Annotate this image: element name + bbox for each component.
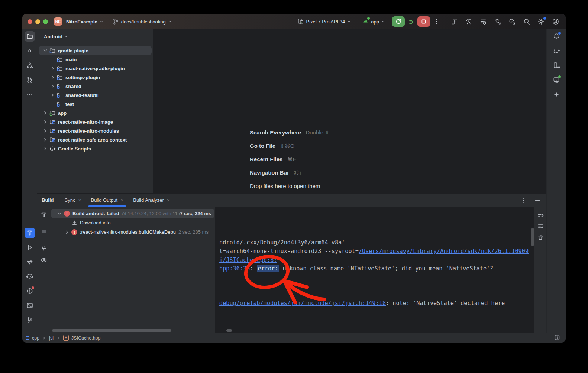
wrap-button[interactable] — [537, 211, 544, 220]
chevron-right-icon[interactable] — [42, 128, 48, 134]
running-devices-button[interactable] — [551, 75, 562, 85]
tab-build-analyzer[interactable]: Build Analyzer × — [128, 194, 175, 207]
console-text: unknown class name 'NTativeState'; did y… — [279, 265, 493, 272]
build-tree-row-react-native-nitro-modules-buildcmakedebu[interactable]: !:react-native-nitro-modules:buildCMakeD… — [51, 227, 214, 237]
problems-tool-button[interactable] — [25, 286, 35, 296]
project-tree-item-react-native-nitro-image[interactable]: react-native-nitro-image — [39, 117, 152, 126]
chevron-right-icon[interactable] — [50, 92, 56, 98]
stop-gray-icon — [40, 228, 48, 235]
breadcrumb: cppjsiHJSICache.hpp — [26, 335, 101, 341]
gradle-sync-button[interactable] — [507, 17, 517, 26]
chevron-right-icon[interactable] — [42, 137, 48, 143]
project-tree-item-gradle-scripts[interactable]: Gradle Scripts — [39, 144, 152, 153]
project-tree-item-react-native-gradle-plugin[interactable]: react-native-gradle-plugin — [39, 64, 152, 73]
commit-tool-button[interactable] — [25, 46, 35, 56]
run-tool-button[interactable] — [25, 242, 35, 253]
console-file-link[interactable]: /Users/mrousavy/Library/Android/sdk/ndk/… — [359, 248, 529, 254]
project-tree-item-main[interactable]: main — [39, 55, 152, 64]
pull-requests-tool-button[interactable] — [25, 75, 35, 85]
project-tree-item-react-native-nitro-modules[interactable]: react-native-nitro-modules — [39, 126, 152, 135]
breadcrumb-item[interactable]: jsi — [49, 335, 54, 341]
more-tools-button[interactable] — [25, 89, 35, 100]
stop-button[interactable] — [417, 16, 430, 27]
chevron-right-icon[interactable] — [64, 229, 70, 235]
console-file-link[interactable]: hpp:36:36 — [219, 265, 250, 272]
scroll-end-button[interactable] — [537, 223, 544, 231]
sync-button[interactable] — [478, 17, 488, 26]
shortcut-hint-row: Go to File ⇧⌘O — [250, 143, 330, 156]
build-button[interactable] — [449, 17, 459, 26]
project-tree-item-settings-plugin[interactable]: settings-plugin — [39, 73, 152, 82]
project-view-selector[interactable]: Android — [37, 32, 153, 41]
build-options-icon[interactable] — [520, 197, 527, 204]
notifications-button[interactable] — [551, 31, 562, 42]
error-badge-icon: ! — [71, 229, 77, 235]
tab-sync[interactable]: Sync × — [60, 194, 86, 207]
build-tree-row-build-android-failed[interactable]: !Build android: failedAt 14.10.24, 12:00… — [51, 209, 214, 218]
window-controls — [28, 19, 48, 24]
rerun-button[interactable] — [392, 16, 405, 27]
chevron-right-icon[interactable] — [42, 146, 48, 152]
chevron-right-icon[interactable] — [42, 119, 48, 125]
apply-changes-button[interactable] — [464, 17, 474, 26]
chevron-down-icon[interactable] — [56, 211, 62, 217]
console-file-link[interactable]: debug/prefab/modules/jsi/include/jsi/jsi… — [219, 300, 386, 306]
hide-tool-window-icon[interactable] — [534, 197, 541, 204]
trash-button[interactable] — [537, 234, 544, 243]
gradle-tool-button[interactable] — [551, 46, 562, 56]
breadcrumb-item[interactable]: cpp — [32, 335, 39, 341]
close-tab-icon[interactable]: × — [78, 198, 81, 203]
pin-button[interactable] — [39, 244, 48, 253]
console-line: hpp:36:36: error: unknown class name 'NT… — [219, 265, 534, 273]
project-selector[interactable]: NitroExample — [65, 19, 105, 25]
debug-button[interactable] — [406, 17, 416, 26]
console-horizontal-scrollbar[interactable] — [226, 329, 232, 332]
gemini-assistant-button[interactable] — [551, 89, 562, 100]
structure-tool-button[interactable] — [25, 60, 35, 71]
more-actions-button[interactable] — [432, 17, 441, 26]
stop-gray-button[interactable] — [39, 227, 48, 236]
run-config-selector[interactable]: app — [360, 18, 387, 25]
logcat-tool-button[interactable] — [25, 271, 35, 282]
notifications-status-button[interactable] — [554, 334, 560, 342]
branch-selector[interactable]: docs/troubleshooting — [110, 18, 174, 25]
app-quality-insights-button[interactable] — [25, 257, 35, 267]
search-everywhere-button[interactable] — [522, 17, 532, 26]
tab-build-output[interactable]: Build Output × — [86, 194, 129, 207]
breadcrumb-item[interactable]: JSICache.hpp — [71, 335, 101, 341]
project-tool-button[interactable] — [25, 31, 35, 42]
project-tree-item-gradle-plugin[interactable]: gradle-plugin — [39, 46, 152, 55]
project-tree: gradle-plugin main react-native-gradle-p… — [37, 46, 153, 153]
console-file-link[interactable]: i/JSICache.cpp:8: — [219, 257, 277, 263]
terminal-tool-button[interactable] — [25, 300, 35, 311]
device-manager-button[interactable] — [551, 60, 562, 71]
chevron-right-icon[interactable] — [50, 65, 56, 71]
build-tree-row-download-info[interactable]: Download info — [51, 218, 214, 227]
download-icon — [71, 220, 78, 226]
device-selector[interactable]: Pixel 7 Pro API 34 — [295, 18, 353, 25]
chevron-down-icon[interactable] — [42, 48, 48, 53]
eye-button[interactable] — [39, 256, 48, 265]
minimize-window-button[interactable] — [35, 19, 40, 24]
scroll-end-icon — [537, 223, 544, 230]
project-tree-item-shared-testutil[interactable]: shared-testutil — [39, 91, 152, 100]
tree-horizontal-scrollbar[interactable] — [52, 329, 171, 332]
close-tab-icon[interactable]: × — [167, 198, 170, 203]
project-tree-item-app[interactable]: app — [39, 108, 152, 117]
project-tree-item-test[interactable]: test — [39, 100, 152, 108]
hammer-button[interactable] — [39, 210, 48, 219]
account-button[interactable] — [551, 17, 560, 26]
zoom-window-button[interactable] — [43, 19, 48, 24]
chevron-right-icon[interactable] — [50, 74, 56, 80]
attach-debugger-button[interactable] — [493, 17, 503, 26]
build-tool-button[interactable] — [25, 228, 35, 238]
project-tree-item-react-native-safe-area-context[interactable]: react-native-safe-area-context — [39, 135, 152, 144]
chevron-right-icon[interactable] — [42, 110, 48, 116]
console-vertical-scrollbar[interactable] — [531, 228, 534, 246]
chevron-right-icon[interactable] — [50, 83, 56, 89]
project-tree-item-shared[interactable]: shared — [39, 82, 152, 91]
version-control-tool-button[interactable] — [25, 315, 35, 325]
settings-button[interactable] — [536, 17, 546, 26]
close-tab-icon[interactable]: × — [120, 198, 123, 203]
close-window-button[interactable] — [28, 19, 32, 24]
